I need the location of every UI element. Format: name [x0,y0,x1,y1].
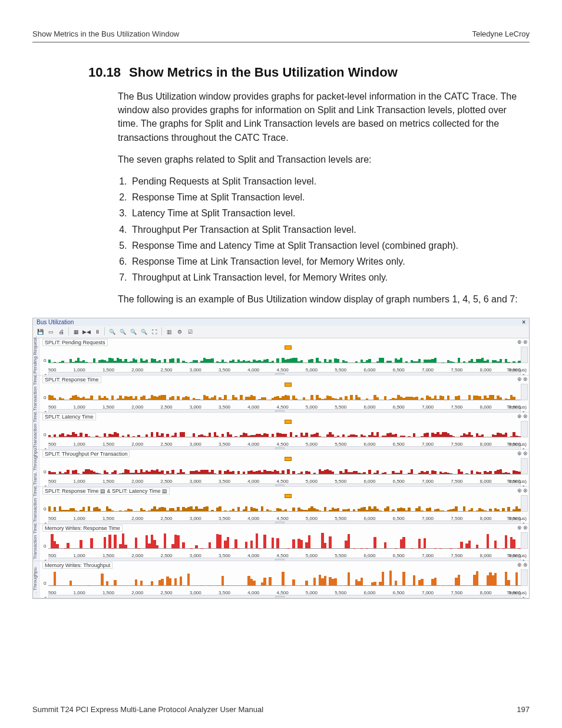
check-icon[interactable]: ☑ [186,327,195,337]
section-title-text: Show Metrics in the Bus Utilization Wind… [129,65,398,80]
page-footer: Summit T24 PCI Express Multi-Lane Protoc… [32,705,530,714]
footer-right: 197 [517,705,530,714]
horizontal-scrollbar[interactable]: ◄► [48,409,521,412]
scroll-left-icon[interactable]: ◄ [42,447,48,449]
window-titlebar: Bus Utilization × [33,318,529,326]
list-item: Throughput at Link Transaction level, fo… [130,271,530,284]
y-axis-label: . Throughpu. [33,561,40,598]
panel-title: SPLIT: Response Time ▤ & SPLIT: Latency … [42,487,170,495]
vertical-scrollbar[interactable] [521,458,528,475]
y-axis-label: Pending Request. [33,338,40,375]
plus-icon[interactable]: ⊕ [517,525,522,531]
play-prev-icon[interactable]: ▶◀ [82,327,91,337]
scroll-left-icon[interactable]: ◄ [42,484,48,486]
plus-icon[interactable]: ⊕ [517,339,522,345]
paragraph-1: The Bus Utilization window provides grap… [118,90,530,144]
gear-icon[interactable]: ⊗ [523,339,528,345]
panel-controls: ⊕⊗ [517,450,528,456]
scroll-right-icon[interactable]: ► [521,484,527,486]
scroll-right-icon[interactable]: ► [521,447,527,449]
horizontal-scrollbar[interactable]: ◄► [48,483,521,486]
plus-icon[interactable]: ⊕ [517,450,522,456]
scroll-right-icon[interactable]: ► [521,558,527,561]
gear-icon[interactable]: ⊗ [523,450,528,456]
gear-icon[interactable]: ⊗ [523,376,528,382]
axis-zero: 0 [44,395,46,400]
horizontal-scrollbar[interactable]: ◄► [48,595,521,598]
pause-icon[interactable]: ⏸ [92,327,102,337]
panel-controls: ⊕⊗ [517,376,528,382]
panel-body: SPLIT: Response Time ▤ & SPLIT: Latency … [40,487,529,523]
grid-icon[interactable]: ▦ [71,327,81,337]
panel-controls: ⊕⊗ [517,413,528,419]
gear-icon[interactable]: ⊗ [523,562,528,568]
list-item: Pending Requests at Split Transaction le… [130,174,530,188]
horizontal-scrollbar[interactable]: ◄► [48,521,521,523]
panel-body: SPLIT: Response Time⊕⊗05001,0001,5002,00… [40,375,529,412]
open-icon[interactable]: ▭ [46,327,55,337]
paragraph-3: The following is an example of Bus Utili… [118,292,530,306]
plus-icon[interactable]: ⊕ [517,376,522,382]
vertical-scrollbar[interactable] [521,569,528,586]
time-marker-icon[interactable] [285,494,292,498]
scroll-left-icon[interactable]: ◄ [42,410,48,412]
save-icon[interactable]: 💾 [35,327,45,337]
zoom-region-icon[interactable]: 🔍 [139,327,148,337]
y-axis-label: Transaction Time. [33,375,40,412]
gear-icon[interactable]: ⊗ [523,413,528,419]
zoom-out-icon[interactable]: 🔍 [118,327,127,337]
scroll-left-icon[interactable]: ◄ [42,595,48,598]
plus-icon[interactable]: ⊕ [517,562,522,568]
time-marker-icon[interactable] [285,383,292,387]
chart-panel: Trans. Throughpu.SPLIT: Throughput Per T… [33,450,529,487]
vertical-scrollbar[interactable] [521,532,528,549]
panel-title: SPLIT: Throughput Per Transaction [42,450,130,457]
export-icon[interactable]: ▥ [164,327,174,337]
scroll-right-icon[interactable]: ► [521,373,527,375]
print-icon[interactable]: 🖨 [57,327,66,337]
scroll-left-icon[interactable]: ◄ [42,558,48,561]
page-header: Show Metrics in the Bus Utilization Wind… [32,29,530,42]
panel-body: SPLIT: Pending Requests⊕⊗05001,0001,5002… [40,338,529,375]
panel-title: SPLIT: Latency Time [42,413,96,420]
settings-icon[interactable]: ⚙ [175,327,184,337]
scroll-right-icon[interactable]: ► [521,595,527,598]
vertical-scrollbar[interactable] [521,347,528,363]
vertical-scrollbar[interactable] [521,384,528,400]
time-marker-icon[interactable] [285,420,292,424]
axis-zero: 0 [44,469,46,475]
gear-icon[interactable]: ⊗ [523,525,528,531]
plot-area[interactable] [48,569,521,586]
gear-icon[interactable]: ⊗ [523,487,528,493]
time-marker-icon[interactable] [285,457,292,461]
close-icon[interactable]: × [522,319,525,325]
horizontal-scrollbar[interactable]: ◄► [48,372,521,375]
plot-area[interactable] [48,532,521,549]
scroll-right-icon[interactable]: ► [521,521,527,523]
section-title: 10.18Show Metrics in the Bus Utilization… [32,65,530,80]
panel-title: SPLIT: Pending Requests [42,339,108,346]
horizontal-scrollbar[interactable]: ◄► [48,446,521,449]
scroll-left-icon[interactable]: ◄ [42,521,48,523]
zoom-in-icon[interactable]: 🔍 [107,327,117,337]
scroll-left-icon[interactable]: ◄ [42,373,48,375]
time-marker-icon[interactable] [285,345,292,350]
expand-icon[interactable]: ⛶ [150,327,159,337]
panel-controls: ⊕⊗ [517,487,528,493]
panel-controls: ⊕⊗ [517,339,528,345]
body-text: The Bus Utilization window provides grap… [32,90,530,306]
panel-controls: ⊕⊗ [517,562,528,568]
plus-icon[interactable]: ⊕ [517,487,522,493]
plus-icon[interactable]: ⊕ [517,413,522,419]
vertical-scrollbar[interactable] [521,421,528,437]
horizontal-scrollbar[interactable]: ◄► [48,558,521,561]
section-number: 10.18 [88,65,121,80]
zoom-fit-icon[interactable]: 🔍 [128,327,138,337]
y-axis-label: Trans. Throughpu. [33,450,40,486]
separator [68,327,69,335]
panel-body: Memory Writes: Response Time⊕⊗05001,0001… [40,524,529,561]
chart-panel: Transaction Time.Memory Writes: Response… [33,524,529,561]
scroll-right-icon[interactable]: ► [521,410,527,412]
vertical-scrollbar[interactable] [521,495,528,512]
y-axis-label: Transaction Time. [33,413,40,449]
